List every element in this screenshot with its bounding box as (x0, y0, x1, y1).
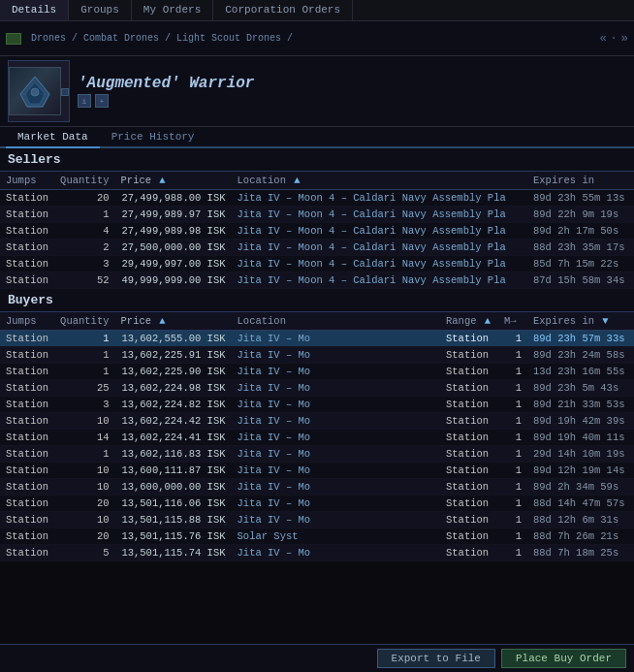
buyers-col-qty[interactable]: Quantity (54, 312, 114, 331)
buyers-col-min[interactable]: M→ (498, 312, 527, 331)
breadcrumb-header: Drones / Combat Drones / Light Scout Dro… (0, 21, 634, 56)
buyers-table-row[interactable]: Station 10 13,602,224.42 ISK Jita IV – M… (0, 413, 634, 430)
buyer-expires: 89d 23h 24m 58s (527, 347, 634, 364)
buyers-table-row[interactable]: Station 20 13,501,116.06 ISK Jita IV – M… (0, 496, 634, 512)
seller-price: 27,499,989.97 ISK (115, 207, 232, 223)
subtab-price-history[interactable]: Price History (100, 127, 206, 148)
buyers-table-row[interactable]: Station 10 13,600,111.87 ISK Jita IV – M… (0, 463, 634, 479)
sellers-col-location[interactable]: Location ▲ (232, 172, 527, 190)
buyer-location: Jita IV – Mo (232, 479, 440, 496)
buyer-price: 13,602,224.42 ISK (115, 413, 232, 430)
buyer-range: Station (440, 446, 498, 463)
seller-price: 27,499,988.00 ISK (115, 190, 232, 207)
item-icon (8, 60, 70, 122)
subtab-market-data[interactable]: Market Data (6, 127, 100, 148)
buyer-jumps: Station (0, 331, 54, 347)
sellers-col-jumps[interactable]: Jumps (0, 172, 54, 190)
buyer-location: Jita IV – Mo (232, 430, 440, 446)
buyer-expires: 88d 14h 47m 57s (527, 496, 634, 512)
buyer-range: Station (440, 413, 498, 430)
seller-expires: 89d 22h 9m 19s (527, 207, 634, 223)
add-icon[interactable]: + (95, 94, 109, 108)
buyers-table-row[interactable]: Station 10 13,600,000.00 ISK Jita IV – M… (0, 479, 634, 496)
buyers-table-row[interactable]: Station 1 13,602,225.91 ISK Jita IV – Mo… (0, 347, 634, 364)
seller-jumps: Station (0, 223, 54, 240)
sellers-col-qty[interactable]: Quantity (54, 172, 114, 190)
buyer-min: 1 (498, 463, 527, 479)
buyer-min: 1 (498, 528, 527, 545)
tab-groups[interactable]: Groups (69, 0, 132, 20)
buyer-min: 1 (498, 479, 527, 496)
buyer-price: 13,501,115.88 ISK (115, 512, 232, 528)
buyers-col-expires[interactable]: Expires in ▼ (527, 312, 634, 331)
buyers-col-location[interactable]: Location (232, 312, 440, 331)
buyer-range: Station (440, 380, 498, 397)
nav-center-icon[interactable]: · (611, 32, 618, 46)
sellers-col-expires[interactable]: Expires in (527, 172, 634, 190)
buyer-location: Jita IV – Mo (232, 347, 440, 364)
tab-my-orders[interactable]: My Orders (132, 0, 213, 20)
seller-price: 49,999,999.00 ISK (115, 272, 232, 289)
buyer-price: 13,600,000.00 ISK (115, 479, 232, 496)
buyer-jumps: Station (0, 446, 54, 463)
buyer-range: Station (440, 397, 498, 413)
buyers-table-row[interactable]: Station 20 13,501,115.76 ISK Solar Syst … (0, 528, 634, 545)
buyer-qty: 1 (54, 347, 114, 364)
buyer-jumps: Station (0, 430, 54, 446)
buyers-col-range[interactable]: Range ▲ (440, 312, 498, 331)
buyer-min: 1 (498, 331, 527, 347)
nav-right-icon[interactable]: » (621, 32, 628, 46)
buyers-table-row[interactable]: Station 1 13,602,555.00 ISK Jita IV – Mo… (0, 331, 634, 347)
seller-jumps: Station (0, 207, 54, 223)
sellers-table-row[interactable]: Station 20 27,499,988.00 ISK Jita IV – M… (0, 190, 634, 207)
buyer-qty: 20 (54, 496, 114, 512)
tab-details[interactable]: Details (0, 0, 69, 20)
nav-left-icon[interactable]: « (599, 32, 606, 46)
sellers-table-row[interactable]: Station 4 27,499,989.98 ISK Jita IV – Mo… (0, 223, 634, 240)
buyers-table-row[interactable]: Station 10 13,501,115.88 ISK Jita IV – M… (0, 512, 634, 528)
tab-corporation-orders[interactable]: Corporation Orders (213, 0, 353, 20)
buyer-jumps: Station (0, 364, 54, 380)
buyer-qty: 10 (54, 463, 114, 479)
sellers-table-row[interactable]: Station 3 29,499,997.00 ISK Jita IV – Mo… (0, 256, 634, 272)
sellers-table-row[interactable]: Station 2 27,500,000.00 ISK Jita IV – Mo… (0, 240, 634, 256)
buyers-col-jumps[interactable]: Jumps (0, 312, 54, 331)
sellers-col-price[interactable]: Price ▲ (115, 172, 232, 190)
buyer-qty: 25 (54, 380, 114, 397)
sellers-table-row[interactable]: Station 52 49,999,999.00 ISK Jita IV – M… (0, 272, 634, 289)
buyer-price: 13,602,224.98 ISK (115, 380, 232, 397)
buyers-table-row[interactable]: Station 25 13,602,224.98 ISK Jita IV – M… (0, 380, 634, 397)
buyer-expires: 29d 14h 10m 19s (527, 446, 634, 463)
buyer-location: Jita IV – Mo (232, 397, 440, 413)
buyer-expires: 88d 7h 26m 21s (527, 528, 634, 545)
sellers-table-row[interactable]: Station 1 27,499,989.97 ISK Jita IV – Mo… (0, 207, 634, 223)
buyers-table-row[interactable]: Station 5 13,501,115.74 ISK Jita IV – Mo… (0, 545, 634, 561)
buyer-qty: 14 (54, 430, 114, 446)
buyer-expires: 89d 23h 57m 33s (527, 331, 634, 347)
buyers-col-price[interactable]: Price ▲ (115, 312, 232, 331)
buyers-table-row[interactable]: Station 1 13,602,225.90 ISK Jita IV – Mo… (0, 364, 634, 380)
buyer-price: 13,501,115.76 ISK (115, 528, 232, 545)
buyers-table-row[interactable]: Station 3 13,602,224.82 ISK Jita IV – Mo… (0, 397, 634, 413)
buyer-qty: 20 (54, 528, 114, 545)
item-name: 'Augmented' Warrior (78, 75, 626, 92)
seller-price: 27,500,000.00 ISK (115, 240, 232, 256)
buyers-table-row[interactable]: Station 1 13,602,116.83 ISK Jita IV – Mo… (0, 446, 634, 463)
buyers-table-row[interactable]: Station 14 13,602,224.41 ISK Jita IV – M… (0, 430, 634, 446)
buyer-min: 1 (498, 496, 527, 512)
buyer-expires: 89d 19h 42m 39s (527, 413, 634, 430)
buyer-price: 13,602,116.83 ISK (115, 446, 232, 463)
seller-qty: 2 (54, 240, 114, 256)
export-button[interactable]: Export to File (377, 649, 495, 668)
breadcrumb: Drones / Combat Drones / Light Scout Dro… (31, 33, 599, 44)
seller-expires: 89d 2h 17m 50s (527, 223, 634, 240)
buyer-qty: 10 (54, 479, 114, 496)
info-icon[interactable]: i (78, 94, 91, 108)
buyer-expires: 88d 12h 6m 31s (527, 512, 634, 528)
buyer-qty: 10 (54, 413, 114, 430)
buyers-section: Buyers Jumps Quantity Price ▲ Location R… (0, 289, 634, 663)
buyer-jumps: Station (0, 512, 54, 528)
place-buy-order-button[interactable]: Place Buy Order (501, 649, 626, 668)
buyer-qty: 10 (54, 512, 114, 528)
buyer-location: Jita IV – Mo (232, 446, 440, 463)
